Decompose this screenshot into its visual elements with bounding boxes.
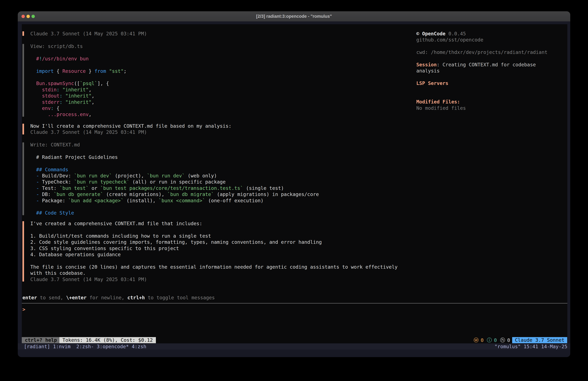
minimize-button[interactable] bbox=[26, 15, 30, 18]
assistant-text-block: Now I'll create a comprehensive CONTEXT.… bbox=[22, 123, 414, 135]
terminal-line: No modified files bbox=[416, 105, 567, 111]
terminal-line bbox=[30, 49, 414, 56]
info-count: 0 bbox=[494, 337, 497, 343]
diagnostic-warning: ⓦ0 bbox=[474, 337, 483, 344]
terminal-line bbox=[30, 227, 414, 233]
terminal-line: Claude 3.7 Sonnet (14 May 2025 03:41 PM) bbox=[30, 276, 414, 283]
terminal-line bbox=[30, 62, 414, 68]
assistant-meta-block: Claude 3.7 Sonnet (14 May 2025 03:41 PM) bbox=[22, 31, 414, 37]
terminal-line bbox=[416, 43, 567, 49]
terminal-line: 2. Code style guidelines covering import… bbox=[30, 239, 414, 245]
window-titlebar[interactable]: [2/3] radiant:3:opencode - "romulus" bbox=[18, 11, 570, 22]
terminal-line: env: { bbox=[30, 105, 414, 112]
diagnostics-counters: ⓦ0 ⓘ0 ⓗ0 bbox=[474, 337, 510, 343]
terminal-line: - DB: `bun db generate` (create migratio… bbox=[30, 191, 414, 198]
terminal-line: Modified Files: bbox=[416, 99, 567, 105]
session-sidebar: © OpenCode 0.0.45github.com/sst/opencode… bbox=[416, 31, 567, 111]
terminal-line: ## Commands bbox=[30, 167, 414, 173]
terminal-line bbox=[30, 148, 414, 154]
message-bar bbox=[22, 44, 24, 117]
terminal-line: Now I'll create a comprehensive CONTEXT.… bbox=[30, 123, 414, 129]
terminal-line: with this codebase. bbox=[30, 270, 414, 276]
terminal-line: - Package: `bun add <package>` (install)… bbox=[30, 198, 414, 204]
terminal-line bbox=[30, 74, 414, 80]
terminal-line: View: script/db.ts bbox=[30, 43, 414, 49]
close-button[interactable] bbox=[21, 15, 25, 18]
warning-count: 0 bbox=[481, 337, 483, 343]
terminal-line: Bun.spawnSync([`psql`], { bbox=[30, 80, 414, 87]
diagnostic-info: ⓘ0 bbox=[487, 337, 497, 344]
model-badge: Claude 3.7 Sonnet bbox=[512, 337, 567, 343]
zoom-button[interactable] bbox=[31, 15, 35, 18]
assistant-text-block: I've created a comprehensive CONTEXT.md … bbox=[22, 221, 414, 283]
terminal-line bbox=[30, 160, 414, 166]
tmux-status-bar: [radiant] 1:nvim 2:zsh- 3:opencode* 4:zs… bbox=[18, 343, 570, 350]
terminal-line bbox=[416, 87, 567, 93]
message-bar bbox=[22, 221, 24, 282]
terminal-line: Session: Creating CONTEXT.md for codebas… bbox=[416, 62, 567, 68]
tokens-cost-chip: Tokens: 16.4K (8%), Cost: $0.12 bbox=[59, 337, 156, 343]
terminal-line: The file is concise (20 lines) and captu… bbox=[30, 264, 414, 270]
tmux-host-clock: "romulus" 15:41 14-May-25 bbox=[494, 344, 567, 349]
terminal-line: enter to send, \+enter for newline, ctrl… bbox=[22, 295, 215, 301]
terminal-line: ...process.env, bbox=[30, 112, 414, 117]
hint-count: 0 bbox=[507, 337, 510, 343]
message-bar bbox=[22, 31, 24, 36]
terminal-window: [2/3] radiant:3:opencode - "romulus" Cla… bbox=[18, 11, 570, 357]
input-separator bbox=[22, 303, 567, 304]
terminal-line: import { Resource } from "sst"; bbox=[30, 68, 414, 74]
terminal-line bbox=[416, 93, 567, 99]
prompt-chevron-icon: > bbox=[22, 307, 25, 312]
terminal-line bbox=[416, 56, 567, 62]
terminal-line: analysis bbox=[416, 68, 567, 74]
terminal-line bbox=[416, 74, 567, 80]
terminal-line: - Build/Dev: `bun run dev` (project), `b… bbox=[30, 173, 414, 179]
terminal-line: 4. Database operations guidance bbox=[30, 251, 414, 258]
prompt-input[interactable]: > bbox=[22, 306, 410, 313]
info-icon: ⓘ bbox=[487, 337, 492, 344]
message-bar bbox=[22, 124, 24, 134]
terminal-line: ## Code Style bbox=[30, 210, 414, 216]
terminal-line: stderr: "inherit", bbox=[30, 99, 414, 105]
screen: [2/3] radiant:3:opencode - "romulus" Cla… bbox=[0, 0, 588, 381]
window-title: [2/3] radiant:3:opencode - "romulus" bbox=[256, 14, 332, 19]
terminal-line: 3. CSS styling conventions specific to t… bbox=[30, 246, 414, 251]
help-shortcut-chip: ctrl+? help bbox=[22, 337, 60, 343]
terminal-line: Write: CONTEXT.md bbox=[30, 142, 414, 148]
traffic-lights bbox=[21, 11, 35, 21]
terminal-line: - TypeCheck: `bun run typecheck` (all) o… bbox=[30, 179, 414, 185]
terminal-line: LSP Servers bbox=[416, 80, 567, 86]
tmux-window-list: [radiant] 1:nvim 2:zsh- 3:opencode* 4:zs… bbox=[24, 344, 146, 349]
warning-icon: ⓦ bbox=[474, 337, 479, 344]
terminal-line bbox=[30, 204, 414, 210]
input-hint: enter to send, \+enter for newline, ctrl… bbox=[22, 295, 215, 301]
status-bar: ctrl+? help Tokens: 16.4K (8%), Cost: $0… bbox=[22, 337, 567, 343]
terminal-line: - Test: `bun test` or `bun test packages… bbox=[30, 185, 414, 191]
diagnostic-hint: ⓗ0 bbox=[500, 337, 510, 344]
terminal-line: stdin: "inherit", bbox=[30, 87, 414, 93]
tool-block: View: script/db.ts #!/usr/bin/env bun im… bbox=[22, 43, 414, 118]
terminal-line: cwd: /home/thdxr/dev/projects/radiant/ra… bbox=[416, 49, 567, 55]
terminal-line: 1. Build/lint/test commands including ho… bbox=[30, 233, 414, 239]
terminal-line: # Radiant Project Guidelines bbox=[30, 154, 414, 160]
terminal-line: Claude 3.7 Sonnet (14 May 2025 03:41 PM) bbox=[30, 129, 414, 135]
hint-icon: ⓗ bbox=[500, 337, 505, 344]
tool-block: Write: CONTEXT.md # Radiant Project Guid… bbox=[22, 142, 414, 216]
terminal-line: © OpenCode 0.0.45 bbox=[416, 31, 567, 37]
terminal-line bbox=[30, 258, 414, 264]
terminal-line: github.com/sst/opencode bbox=[416, 37, 567, 43]
terminal-content[interactable]: Claude 3.7 Sonnet (14 May 2025 03:41 PM)… bbox=[22, 24, 567, 343]
terminal-line: #!/usr/bin/env bun bbox=[30, 56, 414, 62]
terminal-line: Claude 3.7 Sonnet (14 May 2025 03:41 PM) bbox=[30, 31, 414, 37]
terminal-line: stdout: "inherit", bbox=[30, 93, 414, 99]
message-bar bbox=[22, 142, 24, 215]
terminal-line: I've created a comprehensive CONTEXT.md … bbox=[30, 221, 414, 227]
